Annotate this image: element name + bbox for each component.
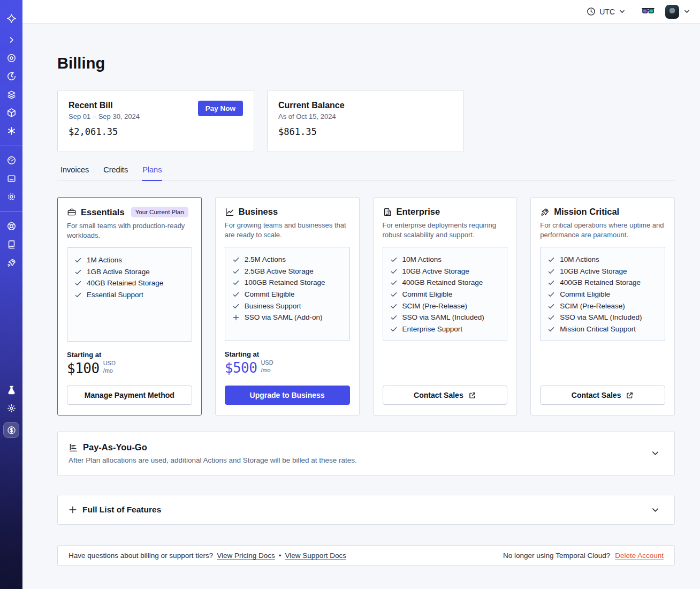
payg-subtitle: After Plan allocations are used, additio… bbox=[69, 456, 357, 464]
feature-box: 10M Actions 10GB Active Storage 400GB Re… bbox=[540, 247, 665, 341]
feature-item: Business Support bbox=[232, 302, 343, 311]
footer-strip: Have questions about billing or support … bbox=[57, 545, 675, 566]
sidebar-nav bbox=[0, 0, 22, 589]
check-icon bbox=[547, 279, 555, 286]
plan-card-business: Business For growing teams and businesse… bbox=[215, 197, 360, 416]
current-plan-badge: Your Current Plan bbox=[131, 207, 188, 217]
check-icon bbox=[74, 256, 82, 264]
layers-icon[interactable] bbox=[4, 87, 19, 102]
check-icon bbox=[390, 303, 398, 310]
feature-item: SSO via SAML (Included) bbox=[390, 313, 500, 322]
recent-bill-card: Recent Bill Sep 01 – Sep 30, 2024 $2,061… bbox=[57, 90, 254, 152]
toolbox-icon bbox=[67, 207, 77, 217]
plan-description: For growing teams and businesses that ar… bbox=[225, 221, 350, 240]
temporal-logo-icon[interactable] bbox=[4, 11, 19, 26]
check-icon bbox=[390, 268, 398, 275]
check-icon bbox=[390, 314, 398, 321]
rocket-icon[interactable] bbox=[4, 255, 19, 270]
usage-gauge-icon[interactable] bbox=[4, 153, 19, 168]
manage-payment-button[interactable]: Manage Payment Method bbox=[67, 386, 192, 405]
feature-item: Essential Support bbox=[74, 291, 185, 299]
price-label: Starting at bbox=[225, 350, 350, 358]
chevron-down-icon bbox=[619, 8, 626, 15]
view-support-docs-link[interactable]: View Support Docs bbox=[285, 552, 346, 560]
bar-chart-icon bbox=[69, 443, 78, 452]
contact-sales-button[interactable]: Contact Sales bbox=[540, 386, 665, 405]
asterisk-icon[interactable] bbox=[4, 123, 19, 138]
pay-as-you-go-accordion[interactable]: Pay-As-You-Go After Plan allocations are… bbox=[57, 432, 675, 476]
pay-now-button[interactable]: Pay Now bbox=[198, 101, 243, 116]
check-icon bbox=[547, 314, 555, 321]
feature-item: SSO via SAML (Included) bbox=[547, 313, 658, 322]
billing-page: Billing Recent Bill Sep 01 – Sep 30, 202… bbox=[22, 24, 700, 589]
lab-flask-icon[interactable] bbox=[4, 382, 19, 397]
plus-icon bbox=[232, 314, 240, 321]
feature-item: Commit Eligible bbox=[232, 290, 343, 299]
check-icon bbox=[74, 291, 82, 299]
feature-item: 400GB Retained Storage bbox=[547, 278, 658, 287]
price-currency: USD bbox=[261, 359, 273, 367]
sidebar-divider bbox=[0, 212, 22, 212]
price-amount: $500 bbox=[225, 360, 257, 376]
plan-card-enterprise: Enterprise For enterprise deployments re… bbox=[373, 197, 518, 416]
feature-item: 400GB Retained Storage bbox=[390, 278, 500, 287]
timezone-selector[interactable]: UTC bbox=[587, 7, 626, 16]
feature-item: SSO via SAML (Add-on) bbox=[232, 313, 343, 322]
current-balance-amount: $861.35 bbox=[278, 126, 453, 137]
feature-item: 1M Actions bbox=[74, 256, 185, 265]
timezone-label: UTC bbox=[599, 7, 615, 16]
feature-item: 2.5M Actions bbox=[232, 255, 343, 264]
chevron-down-icon bbox=[651, 449, 660, 458]
user-avatar bbox=[665, 5, 679, 19]
namespaces-icon[interactable] bbox=[4, 50, 19, 65]
feature-box: 2.5M Actions 2.5GB Active Storage 100GB … bbox=[225, 247, 350, 341]
plan-name: Business bbox=[239, 207, 278, 217]
check-icon bbox=[232, 291, 240, 298]
chevron-right-icon[interactable] bbox=[4, 32, 19, 47]
feature-item: 40GB Retained Storage bbox=[74, 279, 185, 288]
cube-icon[interactable] bbox=[4, 105, 19, 120]
theme-sun-icon[interactable] bbox=[4, 401, 19, 416]
sidebar-divider bbox=[0, 146, 22, 146]
plus-icon bbox=[69, 505, 77, 514]
check-icon bbox=[74, 268, 82, 276]
price-block: Starting at $500 USD/mo bbox=[225, 350, 350, 376]
plans-row: Essentials Your Current Plan For small t… bbox=[57, 197, 675, 416]
view-pricing-docs-link[interactable]: View Pricing Docs bbox=[217, 552, 275, 560]
plan-description: For critical operations where uptime and… bbox=[540, 221, 665, 240]
glasses-icon[interactable] bbox=[642, 7, 655, 16]
support-lifebuoy-icon[interactable] bbox=[4, 218, 19, 233]
check-icon bbox=[232, 279, 240, 286]
summary-cards-row: Recent Bill Sep 01 – Sep 30, 2024 $2,061… bbox=[57, 90, 675, 152]
feature-item: Commit Eligible bbox=[547, 290, 658, 299]
price-currency: USD bbox=[103, 360, 116, 367]
current-balance-card: Current Balance As of Oct 15, 2024 $861.… bbox=[267, 90, 464, 152]
feature-item: 10M Actions bbox=[547, 255, 658, 264]
price-period: /mo bbox=[261, 367, 273, 374]
contact-sales-button[interactable]: Contact Sales bbox=[383, 386, 508, 405]
price-block: Starting at $100 USD/mo bbox=[67, 351, 192, 377]
plan-name: Enterprise bbox=[397, 207, 440, 217]
tab-invoices[interactable]: Invoices bbox=[60, 165, 89, 180]
tab-plans[interactable]: Plans bbox=[142, 165, 162, 181]
chart-line-icon bbox=[225, 207, 234, 217]
billing-dollar-icon[interactable] bbox=[3, 422, 19, 438]
plan-name: Essentials bbox=[81, 207, 125, 217]
docs-book-icon[interactable] bbox=[4, 237, 19, 252]
settings-gear-icon[interactable] bbox=[4, 189, 19, 204]
feature-item: Mission Critical Support bbox=[547, 325, 658, 334]
check-icon bbox=[547, 268, 555, 275]
upgrade-business-button[interactable]: Upgrade to Business bbox=[225, 386, 350, 405]
delete-account-link[interactable]: Delete Account bbox=[615, 552, 664, 560]
billing-panel-icon[interactable] bbox=[4, 171, 19, 186]
account-menu[interactable] bbox=[665, 5, 690, 19]
tab-credits[interactable]: Credits bbox=[103, 165, 128, 180]
footer-question: Have questions about billing or support … bbox=[69, 552, 213, 560]
feature-box: 10M Actions 10GB Active Storage 400GB Re… bbox=[383, 247, 508, 341]
full-features-accordion[interactable]: Full List of Features bbox=[57, 495, 675, 525]
feature-item: Enterprise Support bbox=[390, 325, 500, 334]
check-icon bbox=[390, 279, 398, 286]
page-title: Billing bbox=[57, 55, 675, 72]
feature-item: 10GB Active Storage bbox=[390, 267, 500, 276]
history-clock-icon[interactable] bbox=[4, 69, 19, 84]
